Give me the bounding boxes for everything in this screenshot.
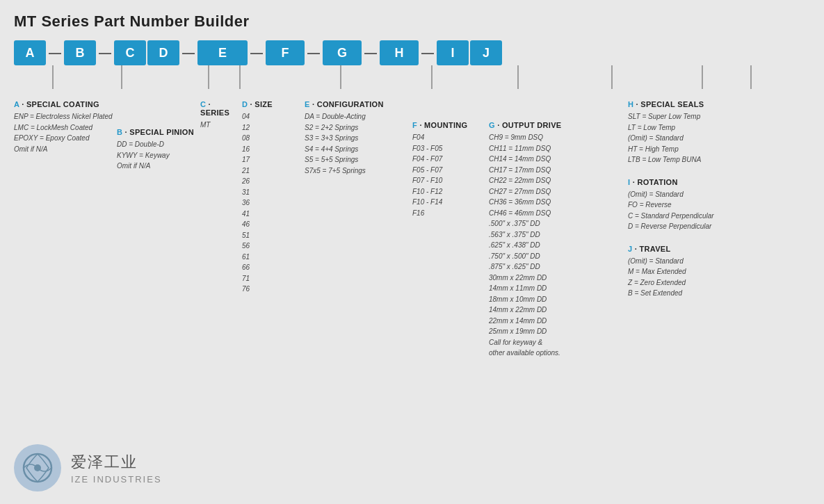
- section-d-item-16: 76: [242, 284, 305, 295]
- block-d: D: [147, 40, 179, 65]
- section-a-item-3: Omit if N/A: [14, 144, 117, 155]
- section-d-item-15: 71: [242, 273, 305, 284]
- section-b-title: B · SPECIAL PINION: [117, 128, 200, 136]
- block-j: J: [470, 40, 502, 65]
- section-i-item-3: D = Reverse Perpendicular: [628, 221, 739, 232]
- section-d-title: D · SIZE: [242, 100, 305, 108]
- dash-gh: —: [362, 46, 380, 60]
- section-h-item-4: LTB = Low Temp BUNA: [628, 154, 739, 165]
- block-e: E: [197, 40, 248, 65]
- dash-ef: —: [248, 46, 266, 60]
- block-a: A: [14, 40, 46, 65]
- section-g-item-10: .625" x .438" DD: [489, 240, 628, 251]
- logo-area: 爱泽工业 IZE INDUSTRIES: [14, 444, 162, 491]
- section-f-item-0: F04: [412, 132, 489, 143]
- section-d-item-3: 16: [242, 144, 305, 155]
- section-h-item-3: HT = High Temp: [628, 144, 739, 155]
- section-j-item-0: (Omit) = Standard: [628, 256, 739, 267]
- section-e-item-3: S4 = 4+4 Springs: [305, 144, 412, 155]
- section-e-title: E · CONFIGURATION: [305, 100, 412, 108]
- section-g-item-11: .750" x .500" DD: [489, 251, 628, 262]
- page: MT Series Part Number Builder: [0, 0, 824, 504]
- section-c: C · SERIES MT: [200, 100, 242, 131]
- section-e-item-2: S3 = 3+3 Springs: [305, 133, 412, 144]
- section-d-item-0: 04: [242, 111, 305, 122]
- section-a-item-0: ENP = Electroless Nickel Plated: [14, 111, 117, 122]
- section-a-item-1: LMC = LockMesh Coated: [14, 122, 117, 133]
- block-h: H: [380, 40, 419, 65]
- section-g-item-16: 14mm x 22mm DD: [489, 304, 628, 316]
- section-d-item-6: 26: [242, 176, 305, 187]
- section-d-item-5: 21: [242, 165, 305, 177]
- section-g-item-14: 14mm x 11mm DD: [489, 283, 628, 294]
- section-g-item-0: CH9 = 9mm DSQ: [489, 132, 628, 143]
- section-d-item-1: 12: [242, 122, 305, 133]
- section-g-item-5: CH27 = 27mm DSQ: [489, 186, 628, 197]
- section-g-title: G · OUTPUT DRIVE: [489, 121, 628, 129]
- section-j-title: J · TRAVEL: [628, 245, 739, 253]
- section-g-item-1: CH11 = 11mm DSQ: [489, 143, 628, 154]
- section-i-item-2: C = Standard Perpendicular: [628, 211, 739, 222]
- section-d-item-4: 17: [242, 154, 305, 165]
- logo-english-text: IZE INDUSTRIES: [71, 474, 162, 485]
- section-f-item-5: F10 - F12: [412, 186, 489, 197]
- section-g-item-19: Call for keyway &: [489, 337, 628, 348]
- section-c-title: C · SERIES: [200, 100, 242, 117]
- section-g-item-9: .563" x .375" DD: [489, 229, 628, 241]
- section-f: F · MOUNTING F04 F03 - F05 F04 - F07 F05…: [412, 100, 489, 218]
- page-title: MT Series Part Number Builder: [14, 13, 810, 31]
- section-g-item-3: CH17 = 17mm DSQ: [489, 165, 628, 176]
- section-g-item-2: CH14 = 14mm DSQ: [489, 154, 628, 165]
- section-e-item-1: S2 = 2+2 Springs: [305, 122, 412, 133]
- section-j-item-1: M = Max Extended: [628, 266, 739, 277]
- section-e-item-5: S7x5 = 7+5 Springs: [305, 165, 412, 177]
- section-d-item-11: 51: [242, 230, 305, 241]
- logo-text-area: 爱泽工业 IZE INDUSTRIES: [71, 452, 162, 485]
- section-b-item-0: DD = Double-D: [117, 139, 200, 150]
- section-d-item-13: 61: [242, 252, 305, 263]
- section-e-item-4: S5 = 5+5 Springs: [305, 154, 412, 165]
- dash-de: —: [179, 46, 197, 60]
- section-d-item-14: 66: [242, 262, 305, 273]
- section-g-item-8: .500" x .375" DD: [489, 218, 628, 229]
- section-f-item-2: F04 - F07: [412, 154, 489, 165]
- section-i-title: I · ROTATION: [628, 178, 739, 186]
- section-f-item-3: F05 - F07: [412, 165, 489, 176]
- section-j-item-2: Z = Zero Extended: [628, 277, 739, 288]
- section-h-item-1: LT = Low Temp: [628, 122, 739, 133]
- section-g-item-17: 22mm x 14mm DD: [489, 316, 628, 327]
- dash-fg: —: [305, 46, 323, 60]
- section-i-item-0: (Omit) = Standard: [628, 189, 739, 200]
- section-f-item-4: F07 - F10: [412, 175, 489, 186]
- section-g-item-7: CH46 = 46mm DSQ: [489, 208, 628, 219]
- block-f: F: [266, 40, 305, 65]
- block-c: C: [114, 40, 146, 65]
- section-d-item-7: 31: [242, 187, 305, 198]
- section-g-item-4: CH22 = 22mm DSQ: [489, 175, 628, 186]
- dash-ab: —: [46, 46, 64, 60]
- section-a: A · SPECIAL COATING ENP = Electroless Ni…: [14, 100, 117, 154]
- section-h-title: H · SPECIAL SEALS: [628, 100, 739, 108]
- section-j-item-3: B = Set Extended: [628, 288, 739, 299]
- section-f-item-7: F16: [412, 208, 489, 219]
- section-g-item-13: 30mm x 22mm DD: [489, 273, 628, 284]
- content-columns: A · SPECIAL COATING ENP = Electroless Ni…: [14, 100, 810, 359]
- blocks-row: A — B — C D — E — F — G — H — I J: [14, 40, 502, 65]
- section-h-item-2: (Omit) = Standard: [628, 133, 739, 144]
- section-h-item-0: SLT = Super Low Temp: [628, 111, 739, 122]
- section-g-item-20: other available options.: [489, 348, 628, 359]
- section-g-item-18: 25mm x 19mm DD: [489, 326, 628, 337]
- section-f-item-1: F03 - F05: [412, 143, 489, 154]
- section-e-item-0: DA = Double-Acting: [305, 111, 412, 122]
- section-g-item-15: 18mm x 10mm DD: [489, 294, 628, 305]
- section-d-item-9: 41: [242, 209, 305, 220]
- logo-chinese-text: 爱泽工业: [71, 452, 162, 473]
- logo-svg: [22, 453, 53, 483]
- section-c-item-0: MT: [200, 120, 242, 131]
- section-f-item-6: F10 - F14: [412, 197, 489, 208]
- section-b-item-2: Omit if N/A: [117, 161, 200, 172]
- block-b: B: [64, 40, 96, 65]
- section-b: B · SPECIAL PINION DD = Double-D KYWY = …: [117, 100, 200, 172]
- dash-hi: —: [419, 46, 437, 60]
- section-e: E · CONFIGURATION DA = Double-Acting S2 …: [305, 100, 412, 176]
